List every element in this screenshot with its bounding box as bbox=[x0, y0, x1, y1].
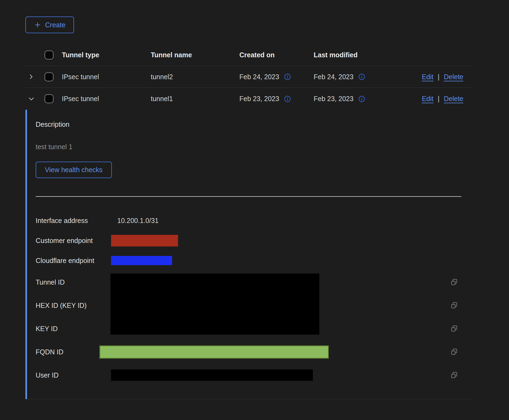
edit-link[interactable]: Edit bbox=[422, 95, 433, 103]
tunnel-type: IPsec tunnel bbox=[62, 73, 151, 81]
select-all-checkbox[interactable] bbox=[45, 51, 53, 59]
tunnel-type: IPsec tunnel bbox=[62, 95, 151, 103]
customer-endpoint-row: Customer endpoint bbox=[36, 231, 471, 251]
tunnel-detail-panel: Description test tunnel 1 View health ch… bbox=[25, 110, 471, 399]
cloudflare-endpoint-row: Cloudflare endpoint bbox=[36, 251, 471, 271]
customer-endpoint-redacted-value bbox=[111, 235, 178, 246]
delete-link[interactable]: Delete bbox=[444, 95, 463, 103]
fqdn-id-redacted-value bbox=[99, 345, 329, 359]
copy-icon[interactable] bbox=[451, 372, 458, 379]
id-fields-section: Tunnel ID HEX ID (KEY ID bbox=[36, 271, 471, 340]
copy-cell bbox=[451, 325, 471, 332]
created-on-date: Feb 24, 2023 bbox=[239, 73, 279, 81]
create-button-label: Create bbox=[45, 21, 65, 29]
header-tunnel-name: Tunnel name bbox=[151, 51, 239, 59]
cloudflare-endpoint-redacted-value bbox=[111, 256, 172, 265]
chevron-down-icon bbox=[28, 95, 35, 103]
last-modified-cell: Feb 24, 2023 bbox=[314, 73, 416, 81]
section-divider bbox=[36, 196, 461, 197]
view-health-checks-button[interactable]: View health checks bbox=[36, 162, 112, 178]
interface-address-value: 10.200.1.0/31 bbox=[111, 217, 451, 225]
copy-icon[interactable] bbox=[451, 279, 458, 286]
row-checkbox[interactable] bbox=[45, 94, 53, 103]
info-icon[interactable] bbox=[358, 73, 365, 80]
table-row: IPsec tunnel tunnel2 Feb 24, 2023 Feb 24… bbox=[25, 66, 471, 88]
tunnels-page: Create Tunnel type Tunnel name Created o… bbox=[0, 0, 509, 420]
interface-address-row: Interface address 10.200.1.0/31 bbox=[36, 211, 471, 231]
row-actions: Edit | Delete bbox=[416, 73, 471, 81]
last-modified-cell: Feb 23, 2023 bbox=[314, 95, 416, 103]
created-on-cell: Feb 23, 2023 bbox=[239, 95, 314, 103]
info-icon[interactable] bbox=[358, 95, 365, 102]
created-on-date: Feb 23, 2023 bbox=[239, 95, 279, 103]
row-checkbox[interactable] bbox=[45, 72, 53, 81]
expand-row-button[interactable] bbox=[25, 73, 37, 80]
row-checkbox-cell bbox=[37, 72, 62, 81]
create-button[interactable]: Create bbox=[25, 16, 74, 33]
field-label: Customer endpoint bbox=[36, 237, 111, 245]
header-checkbox-cell bbox=[37, 51, 62, 59]
delete-link[interactable]: Delete bbox=[444, 73, 463, 81]
chevron-right-icon bbox=[28, 73, 35, 80]
header-last-modified: Last modified bbox=[314, 51, 416, 59]
plus-icon bbox=[34, 21, 41, 28]
copy-cell bbox=[451, 372, 471, 379]
fqdn-id-row: FQDN ID bbox=[36, 340, 471, 364]
description-label: Description bbox=[36, 120, 471, 128]
copy-cell bbox=[451, 302, 471, 309]
table-header-row: Tunnel type Tunnel name Created on Last … bbox=[25, 44, 471, 66]
page-content: Create Tunnel type Tunnel name Created o… bbox=[25, 16, 471, 399]
created-on-cell: Feb 24, 2023 bbox=[239, 73, 314, 81]
last-modified-date: Feb 23, 2023 bbox=[314, 95, 353, 103]
description-value: test tunnel 1 bbox=[36, 143, 471, 151]
info-icon[interactable] bbox=[284, 95, 291, 102]
last-modified-date: Feb 24, 2023 bbox=[314, 73, 353, 81]
user-id-row: User ID bbox=[36, 364, 471, 387]
field-label: User ID bbox=[36, 371, 111, 379]
header-tunnel-type: Tunnel type bbox=[62, 51, 151, 59]
collapse-row-button[interactable] bbox=[25, 95, 37, 103]
copy-cell bbox=[451, 279, 471, 286]
table-row: IPsec tunnel tunnel1 Feb 23, 2023 Feb 23… bbox=[25, 88, 471, 110]
field-label: Tunnel ID bbox=[36, 278, 111, 286]
action-separator: | bbox=[438, 73, 440, 81]
copy-icon[interactable] bbox=[451, 348, 458, 355]
field-label: Cloudflare endpoint bbox=[36, 257, 111, 265]
row-checkbox-cell bbox=[37, 94, 62, 103]
tunnel-name: tunnel1 bbox=[151, 95, 239, 103]
action-separator: | bbox=[438, 95, 440, 103]
tunnel-name: tunnel2 bbox=[151, 73, 239, 81]
copy-icon[interactable] bbox=[451, 325, 458, 332]
tunnels-table: Tunnel type Tunnel name Created on Last … bbox=[25, 44, 471, 399]
copy-cell bbox=[451, 348, 471, 355]
field-label: HEX ID (KEY ID) bbox=[36, 302, 111, 309]
user-id-redacted-value bbox=[111, 369, 313, 381]
info-icon[interactable] bbox=[284, 73, 291, 80]
edit-link[interactable]: Edit bbox=[422, 73, 433, 81]
header-created-on: Created on bbox=[239, 51, 314, 59]
ids-redacted-value bbox=[110, 274, 319, 335]
copy-icon[interactable] bbox=[451, 302, 458, 309]
field-label: KEY ID bbox=[36, 325, 111, 333]
row-actions: Edit | Delete bbox=[416, 95, 471, 103]
field-label: Interface address bbox=[36, 217, 111, 225]
